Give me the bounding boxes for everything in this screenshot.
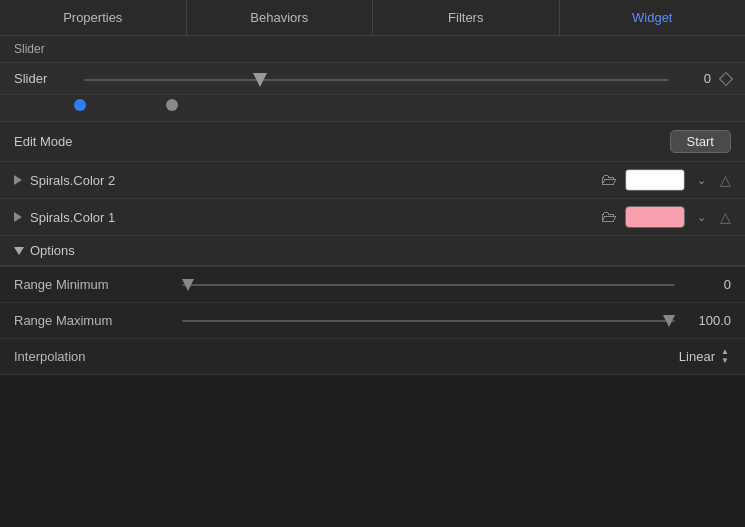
color2-chevron-icon[interactable]: ⌄ <box>697 174 706 187</box>
color2-expand-icon[interactable] <box>14 175 22 185</box>
interpolation-label: Interpolation <box>14 349 174 364</box>
options-expand-icon[interactable] <box>14 247 24 255</box>
range-minimum-label: Range Minimum <box>14 277 174 292</box>
color2-keyframe-icon[interactable]: △ <box>720 172 731 188</box>
color1-row: Spirals.Color 1 🗁 ⌄ △ <box>0 199 745 236</box>
options-header[interactable]: Options <box>0 236 745 266</box>
slider-label: Slider <box>14 71 74 86</box>
color1-expand-icon[interactable] <box>14 212 22 222</box>
color2-eyedropper-icon[interactable]: 🗁 <box>601 171 617 189</box>
range-minimum-track[interactable] <box>182 284 675 286</box>
slider-track[interactable] <box>84 79 669 81</box>
tab-properties[interactable]: Properties <box>0 0 187 35</box>
options-inner: Range Minimum 0 Range Maximum 100.0 Inte… <box>0 266 745 375</box>
keyframe-dot-blue[interactable] <box>74 99 86 111</box>
color1-chevron-icon[interactable]: ⌄ <box>697 211 706 224</box>
color1-swatch-container[interactable] <box>625 206 685 228</box>
start-button[interactable]: Start <box>670 130 731 153</box>
range-maximum-label: Range Maximum <box>14 313 174 328</box>
keyframe-diamond[interactable] <box>719 71 733 85</box>
tab-behaviors[interactable]: Behaviors <box>187 0 374 35</box>
color1-label: Spirals.Color 1 <box>30 210 593 225</box>
color1-keyframe-icon[interactable]: △ <box>720 209 731 225</box>
range-maximum-row: Range Maximum 100.0 <box>0 303 745 339</box>
interpolation-select[interactable]: Linear ▲ ▼ <box>679 348 731 365</box>
range-minimum-thumb[interactable] <box>182 279 194 291</box>
range-maximum-thumb[interactable] <box>663 315 675 327</box>
slider-track-area[interactable] <box>84 77 669 81</box>
edit-mode-row: Edit Mode Start <box>0 122 745 162</box>
range-maximum-value: 100.0 <box>683 313 731 328</box>
stepper-down-button[interactable]: ▼ <box>719 357 731 365</box>
color2-label: Spirals.Color 2 <box>30 173 593 188</box>
range-minimum-value: 0 <box>683 277 731 292</box>
slider-thumb[interactable] <box>253 73 267 87</box>
tab-bar: Properties Behaviors Filters Widget <box>0 0 745 36</box>
range-maximum-track[interactable] <box>182 320 675 322</box>
range-minimum-row: Range Minimum 0 <box>0 267 745 303</box>
tab-filters[interactable]: Filters <box>373 0 560 35</box>
stepper-up-button[interactable]: ▲ <box>719 348 731 356</box>
panel-content: Slider Slider 0 Edit Mode Start Spirals.… <box>0 36 745 375</box>
options-label: Options <box>30 243 75 258</box>
color2-swatch[interactable] <box>626 170 684 190</box>
keyframe-dot-gray[interactable] <box>166 99 178 111</box>
slider-value: 0 <box>679 71 711 86</box>
color1-swatch[interactable] <box>626 207 684 227</box>
interpolation-row: Interpolation Linear ▲ ▼ <box>0 339 745 375</box>
edit-mode-label: Edit Mode <box>14 134 670 149</box>
interpolation-stepper[interactable]: ▲ ▼ <box>719 348 731 365</box>
slider-main-row: Slider 0 <box>0 63 745 95</box>
color2-row: Spirals.Color 2 🗁 ⌄ △ <box>0 162 745 199</box>
interpolation-value: Linear <box>679 349 715 364</box>
color1-eyedropper-icon[interactable]: 🗁 <box>601 208 617 226</box>
color2-swatch-container[interactable] <box>625 169 685 191</box>
tab-widget[interactable]: Widget <box>560 0 746 35</box>
keyframe-dots-row <box>0 95 745 122</box>
slider-section-header: Slider <box>0 36 745 63</box>
